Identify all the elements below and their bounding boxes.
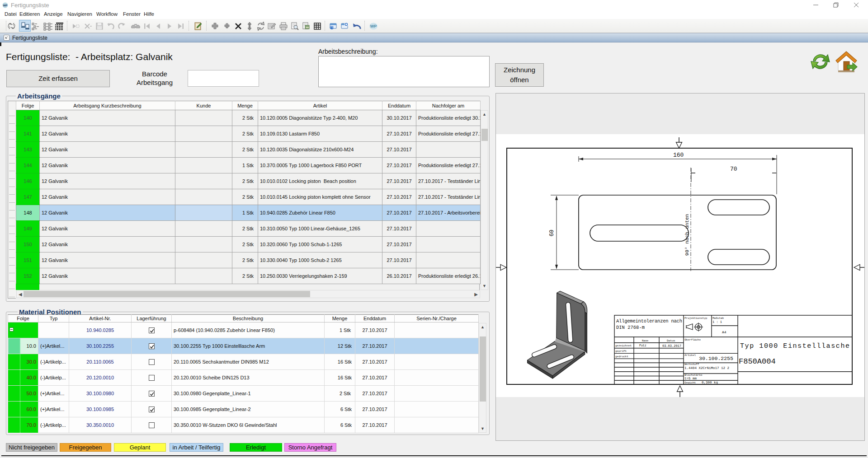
svg-text:A4: A4	[722, 330, 726, 334]
svg-text:Typ 1000 Einstelllasche: Typ 1000 Einstelllasche	[740, 342, 849, 350]
svg-text:60: 60	[549, 229, 555, 236]
svg-text:WP: WP	[3, 4, 8, 7]
svg-text:t=5 mm: t=5 mm	[684, 377, 697, 380]
svg-text:WP: WP	[370, 24, 377, 28]
svg-text:Werkstoff: Werkstoff	[684, 363, 699, 366]
svg-text:Putz: Putz	[639, 344, 646, 347]
svg-text:gezeichnet: gezeichnet	[615, 344, 632, 347]
svg-text:Maßstab: Maßstab	[712, 317, 724, 320]
svg-text:Blechstärke: Blechstärke	[684, 374, 703, 377]
svg-text:geprüft: geprüft	[615, 350, 627, 353]
svg-text:Oberfläche: Oberfläche	[684, 338, 701, 341]
svg-text:gedruckt: gedruckt	[615, 355, 628, 358]
svg-text:1 : 1: 1 : 1	[712, 320, 722, 324]
svg-text:F850A004: F850A004	[739, 357, 776, 366]
svg-text:DIN 2768-m: DIN 2768-m	[616, 325, 645, 330]
svg-text:03.03.2017: 03.03.2017	[662, 344, 681, 348]
svg-text:Projektionstyp: Projektionstyp	[684, 317, 708, 320]
svg-text:Name: Name	[642, 339, 649, 342]
svg-text:Artikel: Artikel	[684, 354, 696, 357]
svg-text:90° nach unten: 90° nach unten	[684, 214, 690, 256]
svg-text:160: 160	[673, 152, 684, 159]
svg-text:30.100.2255: 30.100.2255	[699, 355, 733, 361]
svg-text:Datum: Datum	[667, 339, 675, 342]
svg-text:Allgemeintoleranzen nach: Allgemeintoleranzen nach	[616, 318, 682, 324]
svg-text:1.4404 X2CrNiMo17 12 2: 1.4404 X2CrNiMo17 12 2	[684, 366, 729, 370]
svg-text:70: 70	[730, 166, 737, 173]
svg-text:Gewicht: Gewicht	[684, 381, 696, 384]
svg-text:0,300 kg: 0,300 kg	[702, 381, 718, 384]
